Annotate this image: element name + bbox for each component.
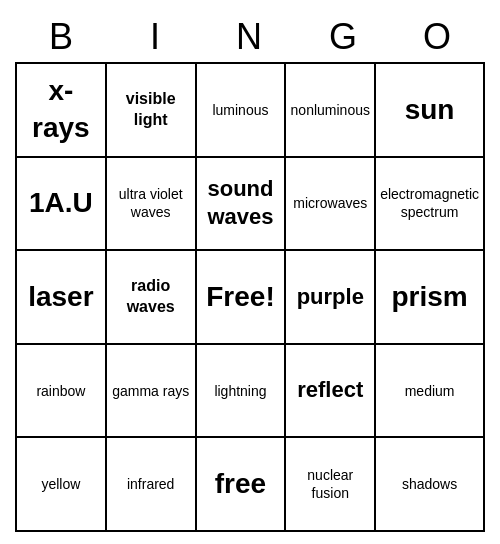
cell-8[interactable]: microwaves	[286, 158, 376, 252]
cell-17[interactable]: lightning	[197, 345, 287, 439]
cell-16[interactable]: gamma rays	[107, 345, 197, 439]
cell-15[interactable]: rainbow	[17, 345, 107, 439]
cell-3[interactable]: nonluminous	[286, 64, 376, 158]
cell-2[interactable]: luminous	[197, 64, 287, 158]
cell-6[interactable]: ultra violet waves	[107, 158, 197, 252]
bingo-header: B I N G O	[15, 12, 485, 62]
cell-22[interactable]: free	[197, 438, 287, 532]
cell-13[interactable]: purple	[286, 251, 376, 345]
cell-21[interactable]: infrared	[107, 438, 197, 532]
cell-5[interactable]: 1A.U	[17, 158, 107, 252]
header-i: I	[109, 12, 203, 62]
header-b: B	[15, 12, 109, 62]
cell-19[interactable]: medium	[376, 345, 485, 439]
cell-4[interactable]: sun	[376, 64, 485, 158]
cell-10[interactable]: laser	[17, 251, 107, 345]
cell-9[interactable]: electromagnetic spectrum	[376, 158, 485, 252]
cell-12[interactable]: Free!	[197, 251, 287, 345]
cell-7[interactable]: sound waves	[197, 158, 287, 252]
cell-20[interactable]: yellow	[17, 438, 107, 532]
header-g: G	[297, 12, 391, 62]
cell-14[interactable]: prism	[376, 251, 485, 345]
cell-23[interactable]: nuclear fusion	[286, 438, 376, 532]
header-o: O	[391, 12, 485, 62]
bingo-grid: x-rays visible light luminous nonluminou…	[15, 62, 485, 532]
cell-1[interactable]: visible light	[107, 64, 197, 158]
cell-18[interactable]: reflect	[286, 345, 376, 439]
cell-24[interactable]: shadows	[376, 438, 485, 532]
cell-11[interactable]: radio waves	[107, 251, 197, 345]
header-n: N	[203, 12, 297, 62]
cell-0[interactable]: x-rays	[17, 64, 107, 158]
bingo-card: B I N G O x-rays visible light luminous …	[15, 12, 485, 532]
